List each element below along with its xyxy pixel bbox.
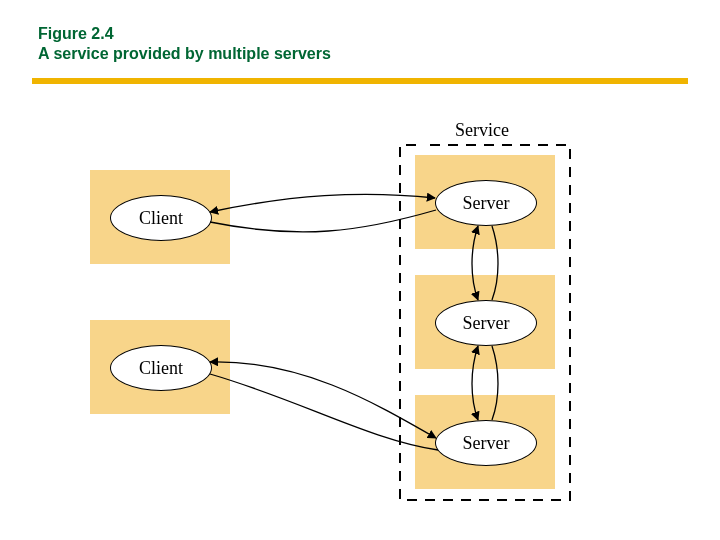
edge-client2-server3-bottom: [210, 374, 438, 450]
server-label: Server: [463, 313, 510, 334]
client-label: Client: [139, 358, 183, 379]
edge-client1-server1-top: [210, 194, 435, 212]
server-node-2: Server: [435, 300, 537, 346]
figure-title: Figure 2.4 A service provided by multipl…: [38, 24, 331, 64]
figure-caption: A service provided by multiple servers: [38, 45, 331, 62]
server-node-1: Server: [435, 180, 537, 226]
server-node-3: Server: [435, 420, 537, 466]
diagram-stage: Figure 2.4 A service provided by multipl…: [0, 0, 720, 540]
client-label: Client: [139, 208, 183, 229]
title-rule: [32, 78, 688, 84]
service-label: Service: [455, 120, 509, 141]
server-label: Server: [463, 433, 510, 454]
edge-client2-server3-top: [210, 362, 436, 438]
edge-client1-server1-bottom: [210, 210, 436, 232]
server-label: Server: [463, 193, 510, 214]
client-node-1: Client: [110, 195, 212, 241]
client-node-2: Client: [110, 345, 212, 391]
figure-number: Figure 2.4: [38, 25, 114, 42]
